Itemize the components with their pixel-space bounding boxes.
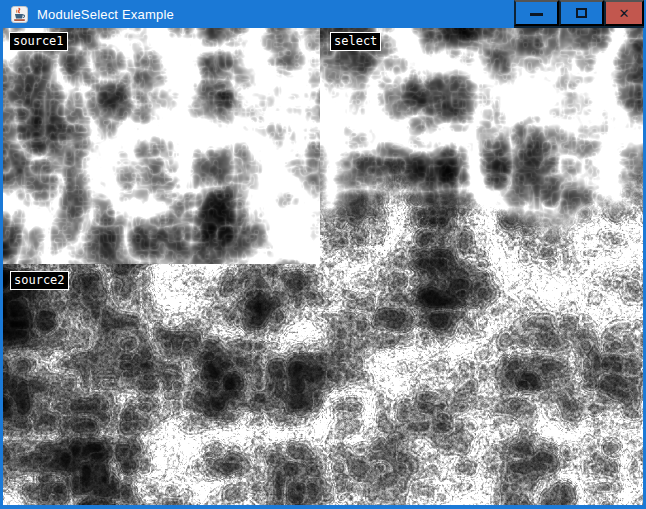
select-label: select: [330, 32, 381, 51]
minimize-icon: [530, 13, 543, 16]
minimize-button[interactable]: [514, 0, 559, 26]
java-coffee-cup-icon: [11, 6, 28, 23]
window-controls: ✕: [514, 0, 644, 28]
window-title: ModuleSelect Example: [37, 7, 174, 22]
close-button[interactable]: ✕: [604, 0, 644, 26]
render-area: source1 select source2: [3, 28, 643, 505]
source1-label: source1: [9, 32, 68, 51]
maximize-button[interactable]: [559, 0, 604, 26]
maximize-icon: [576, 8, 587, 18]
close-icon: ✕: [619, 7, 630, 20]
source2-label: source2: [10, 271, 69, 290]
app-window: ModuleSelect Example ✕ source1 select so…: [0, 0, 646, 509]
noise-canvas: [3, 28, 643, 505]
